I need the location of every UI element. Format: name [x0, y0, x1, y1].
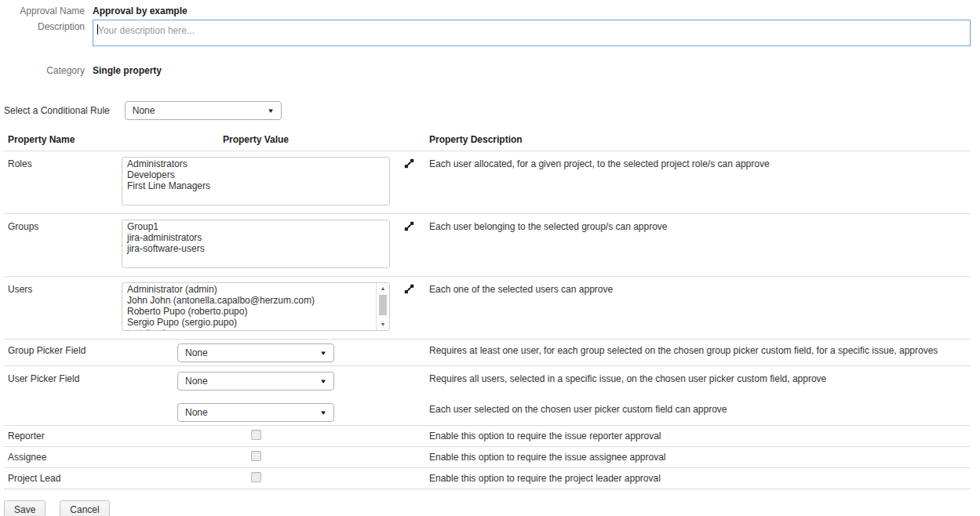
property-row-roles: Roles Administrators Developers First Li… — [4, 151, 971, 214]
property-description: Requires at least one user, for each gro… — [429, 340, 971, 365]
property-row-group-picker-field: Group Picker Field None ▼ Requires at le… — [4, 340, 971, 366]
property-name: Project Lead — [4, 468, 122, 489]
property-name: Assignee — [4, 447, 122, 467]
property-row-assignee: Assignee Enable this option to require t… — [4, 447, 971, 468]
description-input[interactable] — [93, 20, 971, 46]
cancel-button[interactable]: Cancel — [60, 500, 109, 516]
list-item[interactable]: Group1 — [127, 221, 389, 232]
category-row: Category Single property — [4, 62, 971, 76]
list-item[interactable]: First Line Managers — [127, 180, 389, 191]
roles-listbox[interactable]: Administrators Developers First Line Man… — [122, 157, 390, 205]
conditional-rule-label: Select a Conditional Rule — [4, 105, 110, 116]
list-item[interactable]: jira-administrators — [127, 232, 389, 243]
category-label: Category — [4, 62, 85, 76]
users-listbox[interactable]: Administrator (admin) John John (antonel… — [122, 282, 390, 331]
save-button[interactable]: Save — [4, 500, 46, 516]
approval-name-value: Approval by example — [93, 2, 188, 16]
roles-expand-control[interactable] — [401, 151, 429, 213]
selected-value: None — [185, 407, 208, 418]
scroll-up-icon[interactable]: ▲ — [377, 283, 389, 294]
conditional-rule-row: Select a Conditional Rule None ▼ — [4, 101, 971, 120]
header-property-value: Property Value — [122, 134, 390, 145]
group-picker-field-select[interactable]: None ▼ — [177, 343, 334, 362]
project-lead-checkbox[interactable] — [251, 472, 261, 482]
list-item[interactable]: Roberto Pupo (roberto.pupo) — [127, 306, 389, 317]
property-description: Enable this option to require the issue … — [429, 426, 971, 446]
description-field-wrap — [93, 20, 971, 46]
list-item[interactable]: Administrators — [127, 158, 389, 169]
property-row-reporter: Reporter Enable this option to require t… — [4, 426, 971, 447]
property-name — [4, 396, 122, 425]
list-item[interactable]: test (test) — [127, 328, 389, 331]
property-description: Each one of the selected users can appro… — [429, 277, 971, 339]
property-name: Users — [4, 277, 122, 339]
property-name: Group Picker Field — [4, 340, 122, 365]
text-cursor — [97, 24, 98, 35]
chevron-down-icon: ▼ — [267, 107, 275, 114]
property-description: Requires all users, selected in a specif… — [429, 366, 971, 396]
expand-diagonal-icon — [404, 284, 414, 294]
scrollbar-thumb[interactable] — [379, 295, 387, 315]
reporter-checkbox[interactable] — [251, 430, 261, 440]
selected-value: None — [185, 347, 208, 358]
users-expand-control[interactable] — [401, 277, 429, 339]
form-actions: Save Cancel — [4, 500, 971, 516]
category-value: Single property — [93, 62, 162, 76]
user-picker-any-select[interactable]: None ▼ — [177, 403, 334, 422]
property-description: Enable this option to require the issue … — [429, 447, 971, 467]
property-description: Each user allocated, for a given project… — [429, 151, 971, 213]
list-item[interactable]: John John (antonella.capalbo@herzum.com) — [127, 295, 389, 306]
approval-name-label: Approval Name — [4, 2, 85, 16]
assignee-checkbox[interactable] — [251, 451, 261, 461]
conditional-rule-select[interactable]: None ▼ — [125, 101, 282, 120]
property-description: Enable this option to require the projec… — [429, 468, 971, 489]
property-name: Groups — [4, 214, 122, 276]
list-item[interactable]: Sergio Pupo (sergio.pupo) — [127, 317, 389, 328]
approval-name-row: Approval Name Approval by example — [4, 2, 971, 16]
description-label: Description — [4, 18, 85, 46]
groups-listbox[interactable]: Group1 jira-administrators jira-software… — [122, 220, 390, 268]
conditional-rule-selected-value: None — [133, 105, 155, 116]
expand-diagonal-icon — [404, 158, 414, 169]
user-picker-field-select[interactable]: None ▼ — [177, 372, 334, 391]
property-name: Reporter — [4, 426, 122, 446]
property-row-users: Users Administrator (admin) John John (a… — [4, 277, 971, 340]
table-header-row: Property Name Property Value Property De… — [4, 130, 971, 151]
expand-diagonal-icon — [404, 221, 414, 231]
property-row-project-lead: Project Lead Enable this option to requi… — [4, 468, 971, 489]
scroll-down-icon[interactable]: ▼ — [377, 319, 389, 330]
chevron-down-icon: ▼ — [319, 350, 327, 357]
approval-config-page: Approval Name Approval by example Descri… — [0, 0, 980, 516]
list-item[interactable]: Developers — [127, 169, 389, 180]
chevron-down-icon: ▼ — [319, 409, 327, 416]
property-table: Property Name Property Value Property De… — [4, 130, 971, 489]
selected-value: None — [185, 376, 208, 387]
property-row-user-picker-field: User Picker Field None ▼ Requires all us… — [4, 366, 971, 396]
header-property-description: Property Description — [429, 134, 971, 145]
header-property-name: Property Name — [4, 134, 122, 145]
property-name: User Picker Field — [4, 366, 122, 396]
list-item[interactable]: jira-software-users — [127, 243, 389, 254]
users-list-scrollbar[interactable]: ▲ ▼ — [376, 283, 389, 330]
list-item[interactable]: Administrator (admin) — [127, 284, 389, 295]
chevron-down-icon: ▼ — [319, 378, 327, 385]
property-description: Each user selected on the chosen user pi… — [429, 396, 971, 425]
property-name: Roles — [4, 151, 122, 213]
property-row-groups: Groups Group1 jira-administrators jira-s… — [4, 214, 971, 277]
property-row-user-picker-any: None ▼ Each user selected on the chosen … — [4, 396, 971, 426]
groups-expand-control[interactable] — [401, 214, 429, 276]
property-description: Each user belonging to the selected grou… — [429, 214, 971, 276]
description-row: Description — [4, 18, 971, 46]
